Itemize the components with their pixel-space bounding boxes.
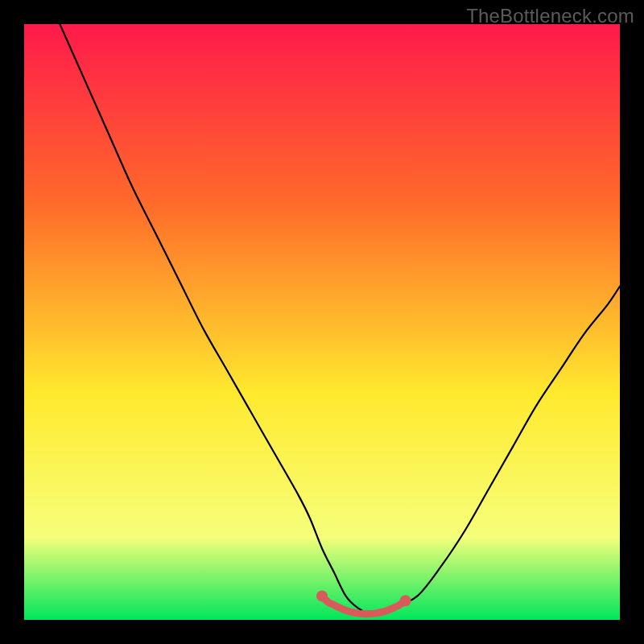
watermark-text: TheBottleneck.com (466, 5, 634, 27)
plot-area (24, 24, 620, 620)
optimal-marker-start-dot (316, 590, 328, 601)
chart-svg (24, 24, 620, 620)
gradient-background (24, 24, 620, 620)
optimal-marker-end-dot (400, 595, 411, 606)
chart-frame: TheBottleneck.com (0, 0, 644, 644)
